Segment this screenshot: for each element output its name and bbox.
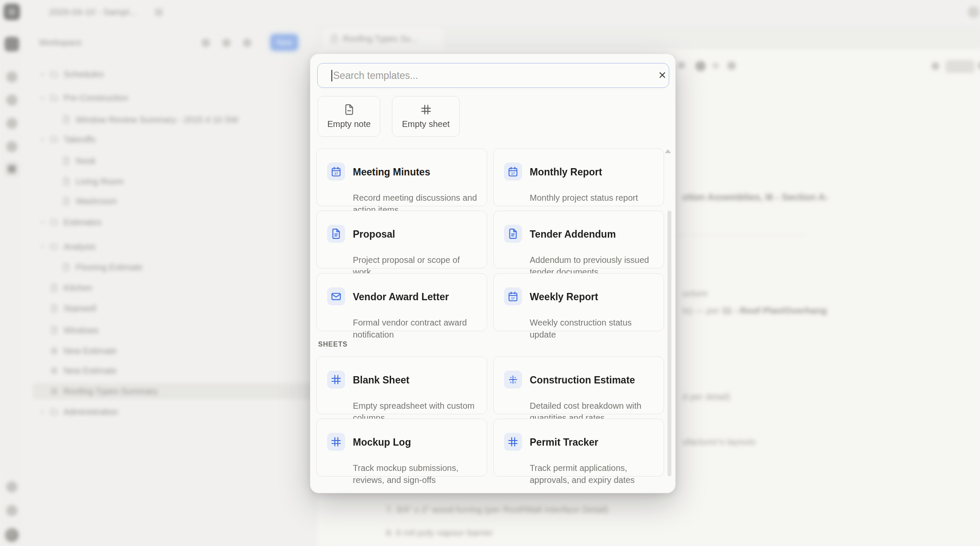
empty-note-card[interactable]: Empty note [318, 96, 380, 137]
template-picker-modal: Empty note Empty sheet Meeting Minutes R… [310, 54, 676, 493]
template-title: Proposal [353, 229, 395, 240]
calendar-icon [327, 163, 345, 181]
text-caret [331, 70, 332, 81]
sheets-section-label: SHEETS [318, 341, 348, 348]
template-description: Weekly construction status update [530, 317, 656, 341]
template-card-mockup-log[interactable]: Mockup Log Track mockup submissions, rev… [316, 419, 487, 477]
scroll-up-icon[interactable] [665, 149, 671, 153]
template-description: Track mockup submissions, reviews, and s… [353, 462, 479, 486]
template-card-vendor-award-letter[interactable]: Vendor Award Letter Formal vendor contra… [316, 273, 487, 331]
scrollbar-thumb[interactable] [667, 211, 671, 477]
file-text-icon [504, 225, 522, 243]
empty-sheet-card[interactable]: Empty sheet [392, 96, 460, 137]
calc-grid-icon [504, 371, 522, 389]
grid-icon [327, 371, 345, 389]
template-title: Monthly Report [530, 166, 602, 178]
file-text-icon [327, 225, 345, 243]
template-card-permit-tracker[interactable]: Permit Tracker Track permit applications… [493, 419, 664, 477]
template-card-monthly-report[interactable]: Monthly Report Monthly project status re… [493, 148, 664, 206]
template-card-proposal[interactable]: Proposal Project proposal or scope of wo… [316, 211, 487, 268]
quick-action-label: Empty sheet [402, 119, 449, 129]
close-icon [658, 70, 667, 80]
file-icon [343, 104, 355, 115]
template-title: Blank Sheet [353, 374, 410, 386]
template-card-tender-addendum[interactable]: Tender Addendum Addendum to previously i… [493, 211, 664, 268]
template-card-meeting-minutes[interactable]: Meeting Minutes Record meeting discussio… [316, 148, 487, 206]
calendar-icon [504, 287, 522, 305]
close-button[interactable] [655, 68, 670, 83]
search-input[interactable] [317, 63, 669, 88]
template-title: Mockup Log [353, 437, 411, 448]
template-title: Construction Estimate [530, 374, 635, 386]
template-description: Track permit applications, approvals, an… [530, 462, 656, 486]
calendar-icon [504, 163, 522, 181]
mail-icon [327, 287, 345, 305]
grid-icon [504, 433, 522, 451]
template-title: Tender Addendum [530, 229, 616, 240]
template-description: Formal vendor contract award notificatio… [353, 317, 479, 341]
grid-icon [420, 104, 432, 115]
template-title: Vendor Award Letter [353, 291, 449, 303]
quick-action-label: Empty note [327, 119, 370, 129]
template-card-weekly-report[interactable]: Weekly Report Weekly construction status… [493, 273, 664, 331]
search-field-wrap [317, 63, 669, 88]
template-card-construction-estimate[interactable]: Construction Estimate Detailed cost brea… [493, 356, 664, 414]
template-description: Monthly project status report [530, 192, 638, 204]
template-card-blank-sheet[interactable]: Blank Sheet Empty spreadsheet with custo… [316, 356, 487, 414]
template-title: Meeting Minutes [353, 166, 430, 178]
template-title: Permit Tracker [530, 437, 598, 448]
grid-icon [327, 433, 345, 451]
template-title: Weekly Report [530, 291, 598, 303]
